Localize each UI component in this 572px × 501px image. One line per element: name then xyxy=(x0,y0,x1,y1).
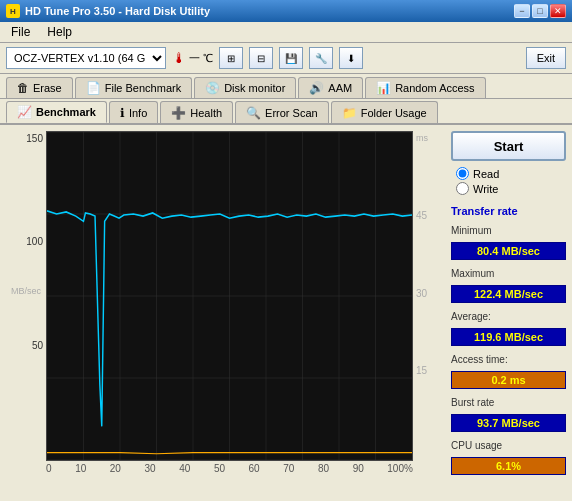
window-controls: − □ ✕ xyxy=(514,4,566,18)
write-radio[interactable] xyxy=(456,182,469,195)
tab-benchmark[interactable]: 📈 Benchmark xyxy=(6,101,107,123)
read-label: Read xyxy=(473,168,499,180)
x-40: 40 xyxy=(179,463,190,474)
tab-error-scan-label: Error Scan xyxy=(265,107,318,119)
y-axis-right: ms 45 30 15 xyxy=(413,131,443,461)
average-label: Average: xyxy=(451,311,566,322)
random-access-icon: 📊 xyxy=(376,81,391,95)
x-20: 20 xyxy=(110,463,121,474)
burst-rate-value: 93.7 MB/sec xyxy=(451,414,566,432)
benchmark-icon: 📈 xyxy=(17,105,32,119)
burst-rate-label: Burst rate xyxy=(451,397,566,408)
tab-aam[interactable]: 🔊 AAM xyxy=(298,77,363,98)
toolbar-btn-4[interactable]: 🔧 xyxy=(309,47,333,69)
maximum-label: Maximum xyxy=(451,268,566,279)
tab-file-benchmark-label: File Benchmark xyxy=(105,82,181,94)
cpu-usage-value: 6.1% xyxy=(451,457,566,475)
y-axis-left: 150 MB/sec 100 50 xyxy=(6,131,46,461)
x-100: 100% xyxy=(387,463,413,474)
x-80: 80 xyxy=(318,463,329,474)
read-radio-label[interactable]: Read xyxy=(456,167,566,180)
start-button[interactable]: Start xyxy=(451,131,566,161)
info-icon: ℹ xyxy=(120,106,125,120)
y-right-30: 30 xyxy=(416,288,427,299)
health-icon: ➕ xyxy=(171,106,186,120)
chart-svg xyxy=(46,131,413,461)
tab-info-label: Info xyxy=(129,107,147,119)
file-benchmark-icon: 📄 xyxy=(86,81,101,95)
y-left-unit: MB/sec xyxy=(6,286,41,296)
access-time-value: 0.2 ms xyxy=(451,371,566,389)
y-left-150: 150 xyxy=(26,133,43,144)
app-title: HD Tune Pro 3.50 - Hard Disk Utility xyxy=(25,5,210,17)
transfer-rate-title: Transfer rate xyxy=(451,205,566,217)
maximize-button[interactable]: □ xyxy=(532,4,548,18)
access-time-label: Access time: xyxy=(451,354,566,365)
main-content: 150 MB/sec 100 50 xyxy=(0,125,572,481)
tab-erase-label: Erase xyxy=(33,82,62,94)
tab-bar-top: 🗑 Erase 📄 File Benchmark 💿 Disk monitor … xyxy=(0,74,572,99)
tab-aam-label: AAM xyxy=(328,82,352,94)
tab-folder-usage[interactable]: 📁 Folder Usage xyxy=(331,101,438,123)
maximum-value: 122.4 MB/sec xyxy=(451,285,566,303)
exit-button[interactable]: Exit xyxy=(526,47,566,69)
disk-monitor-icon: 💿 xyxy=(205,81,220,95)
toolbar-btn-2[interactable]: ⊟ xyxy=(249,47,273,69)
right-panel: Start Read Write Transfer rate Minimum 8… xyxy=(451,131,566,475)
toolbar-btn-3[interactable]: 💾 xyxy=(279,47,303,69)
tab-info[interactable]: ℹ Info xyxy=(109,101,158,123)
tab-random-access-label: Random Access xyxy=(395,82,474,94)
tab-erase[interactable]: 🗑 Erase xyxy=(6,77,73,98)
y-left-100: 100 xyxy=(26,236,43,247)
menu-bar: File Help xyxy=(0,22,572,43)
temp-value: 一 ℃ xyxy=(189,51,213,66)
chart-canvas-container: 0 10 20 30 40 50 60 70 80 90 100% xyxy=(46,131,413,461)
aam-icon: 🔊 xyxy=(309,81,324,95)
tab-error-scan[interactable]: 🔍 Error Scan xyxy=(235,101,329,123)
mode-radio-group: Read Write xyxy=(451,167,566,195)
tab-health-label: Health xyxy=(190,107,222,119)
toolbar: OCZ-VERTEX v1.10 (64 GB) 🌡 一 ℃ ⊞ ⊟ 💾 🔧 ⬇… xyxy=(0,43,572,74)
x-axis: 0 10 20 30 40 50 60 70 80 90 100% xyxy=(46,461,413,476)
y-left-50: 50 xyxy=(32,340,43,351)
y-right-unit: ms xyxy=(416,133,428,143)
x-0: 0 xyxy=(46,463,52,474)
toolbar-btn-1[interactable]: ⊞ xyxy=(219,47,243,69)
write-label: Write xyxy=(473,183,498,195)
tab-health[interactable]: ➕ Health xyxy=(160,101,233,123)
average-value: 119.6 MB/sec xyxy=(451,328,566,346)
folder-usage-icon: 📁 xyxy=(342,106,357,120)
title-bar: H HD Tune Pro 3.50 - Hard Disk Utility −… xyxy=(0,0,572,22)
drive-selector[interactable]: OCZ-VERTEX v1.10 (64 GB) xyxy=(6,47,166,69)
x-30: 30 xyxy=(145,463,156,474)
tab-disk-monitor[interactable]: 💿 Disk monitor xyxy=(194,77,296,98)
x-50: 50 xyxy=(214,463,225,474)
chart-area: 150 MB/sec 100 50 xyxy=(6,131,443,475)
error-scan-icon: 🔍 xyxy=(246,106,261,120)
write-radio-label[interactable]: Write xyxy=(456,182,566,195)
read-radio[interactable] xyxy=(456,167,469,180)
tab-benchmark-label: Benchmark xyxy=(36,106,96,118)
x-10: 10 xyxy=(75,463,86,474)
menu-help[interactable]: Help xyxy=(41,24,78,40)
x-90: 90 xyxy=(353,463,364,474)
cpu-usage-label: CPU usage xyxy=(451,440,566,451)
thermometer-icon: 🌡 xyxy=(172,50,186,66)
minimum-label: Minimum xyxy=(451,225,566,236)
app-icon: H xyxy=(6,4,20,18)
temperature-display: 🌡 一 ℃ xyxy=(172,50,213,66)
erase-icon: 🗑 xyxy=(17,81,29,95)
menu-file[interactable]: File xyxy=(5,24,36,40)
minimum-value: 80.4 MB/sec xyxy=(451,242,566,260)
y-right-45: 45 xyxy=(416,210,427,221)
tab-bar-bottom: 📈 Benchmark ℹ Info ➕ Health 🔍 Error Scan… xyxy=(0,99,572,125)
tab-random-access[interactable]: 📊 Random Access xyxy=(365,77,485,98)
toolbar-btn-5[interactable]: ⬇ xyxy=(339,47,363,69)
minimize-button[interactable]: − xyxy=(514,4,530,18)
close-button[interactable]: ✕ xyxy=(550,4,566,18)
tab-file-benchmark[interactable]: 📄 File Benchmark xyxy=(75,77,192,98)
x-70: 70 xyxy=(283,463,294,474)
chart-with-axes: 150 MB/sec 100 50 xyxy=(6,131,443,461)
tab-disk-monitor-label: Disk monitor xyxy=(224,82,285,94)
y-right-15: 15 xyxy=(416,365,427,376)
